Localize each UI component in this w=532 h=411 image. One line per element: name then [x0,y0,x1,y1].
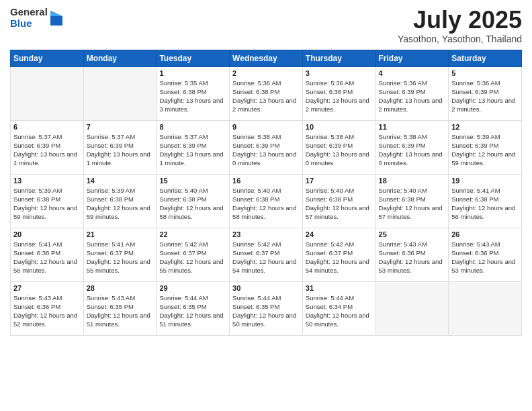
day-cell: 14Sunrise: 5:39 AM Sunset: 6:38 PM Dayli… [83,174,157,228]
day-info: Sunrise: 5:43 AM Sunset: 6:36 PM Dayligh… [13,293,81,329]
day-number: 19 [451,177,519,185]
day-number: 15 [159,177,226,185]
day-cell: 28Sunrise: 5:43 AM Sunset: 6:35 PM Dayli… [83,281,157,335]
day-number: 4 [379,69,446,77]
day-info: Sunrise: 5:40 AM Sunset: 6:38 PM Dayligh… [306,186,373,222]
day-info: Sunrise: 5:41 AM Sunset: 6:38 PM Dayligh… [451,186,519,222]
day-cell: 12Sunrise: 5:39 AM Sunset: 6:39 PM Dayli… [449,120,522,174]
day-info: Sunrise: 5:37 AM Sunset: 6:39 PM Dayligh… [87,132,154,168]
day-info: Sunrise: 5:38 AM Sunset: 6:39 PM Dayligh… [379,132,446,168]
day-cell: 21Sunrise: 5:41 AM Sunset: 6:37 PM Dayli… [83,228,157,281]
col-friday: Friday [375,50,449,66]
day-info: Sunrise: 5:44 AM Sunset: 6:35 PM Dayligh… [232,293,300,329]
day-info: Sunrise: 5:40 AM Sunset: 6:38 PM Dayligh… [379,186,446,222]
day-cell: 6Sunrise: 5:37 AM Sunset: 6:39 PM Daylig… [11,120,84,174]
day-cell: 18Sunrise: 5:40 AM Sunset: 6:38 PM Dayli… [375,174,449,228]
day-cell: 23Sunrise: 5:42 AM Sunset: 6:37 PM Dayli… [230,228,303,281]
week-row-4: 20Sunrise: 5:41 AM Sunset: 6:38 PM Dayli… [11,228,522,281]
logo-text: General Blue [10,7,48,29]
day-cell: 13Sunrise: 5:39 AM Sunset: 6:38 PM Dayli… [11,174,84,228]
day-number: 21 [87,230,154,238]
day-info: Sunrise: 5:42 AM Sunset: 6:37 PM Dayligh… [159,240,226,275]
day-cell: 15Sunrise: 5:40 AM Sunset: 6:38 PM Dayli… [157,174,230,228]
day-info: Sunrise: 5:38 AM Sunset: 6:39 PM Dayligh… [232,132,300,168]
day-number: 27 [13,284,81,292]
day-info: Sunrise: 5:37 AM Sunset: 6:39 PM Dayligh… [13,132,81,168]
day-cell: 25Sunrise: 5:43 AM Sunset: 6:36 PM Dayli… [375,228,449,281]
day-info: Sunrise: 5:40 AM Sunset: 6:38 PM Dayligh… [159,186,226,222]
day-number: 17 [306,177,373,185]
day-number: 7 [87,123,154,131]
day-number: 3 [306,69,373,77]
day-cell: 4Sunrise: 5:36 AM Sunset: 6:39 PM Daylig… [375,66,449,120]
subtitle: Yasothon, Yasothon, Thailand [398,34,522,44]
day-cell: 1Sunrise: 5:35 AM Sunset: 6:38 PM Daylig… [157,66,230,120]
day-number: 24 [306,230,373,238]
logo-blue: Blue [10,18,48,30]
day-number: 16 [232,177,300,185]
day-number: 1 [159,69,226,77]
svg-marker-1 [50,11,62,16]
day-cell: 17Sunrise: 5:40 AM Sunset: 6:38 PM Dayli… [302,174,375,228]
day-info: Sunrise: 5:43 AM Sunset: 6:35 PM Dayligh… [87,293,154,329]
col-monday: Monday [83,50,157,66]
day-number: 31 [306,284,373,292]
day-number: 29 [159,284,226,292]
day-number: 14 [87,177,154,185]
logo: General Blue [10,7,62,29]
day-number: 13 [13,177,81,185]
day-cell: 3Sunrise: 5:36 AM Sunset: 6:38 PM Daylig… [302,66,375,120]
day-number: 23 [232,230,300,238]
day-info: Sunrise: 5:40 AM Sunset: 6:38 PM Dayligh… [232,186,300,222]
day-cell: 20Sunrise: 5:41 AM Sunset: 6:38 PM Dayli… [11,228,84,281]
day-cell: 16Sunrise: 5:40 AM Sunset: 6:38 PM Dayli… [230,174,303,228]
day-cell [83,66,157,120]
day-info: Sunrise: 5:42 AM Sunset: 6:37 PM Dayligh… [232,240,300,275]
day-info: Sunrise: 5:42 AM Sunset: 6:37 PM Dayligh… [306,240,373,275]
day-cell: 30Sunrise: 5:44 AM Sunset: 6:35 PM Dayli… [230,281,303,335]
day-info: Sunrise: 5:43 AM Sunset: 6:36 PM Dayligh… [379,240,446,275]
day-cell: 2Sunrise: 5:36 AM Sunset: 6:38 PM Daylig… [230,66,303,120]
day-number: 22 [159,230,226,238]
day-number: 18 [379,177,446,185]
day-number: 26 [451,230,519,238]
logo-general: General [10,7,48,18]
calendar-header: Sunday Monday Tuesday Wednesday Thursday… [11,50,522,66]
day-info: Sunrise: 5:43 AM Sunset: 6:36 PM Dayligh… [451,240,519,275]
day-cell: 29Sunrise: 5:44 AM Sunset: 6:35 PM Dayli… [157,281,230,335]
calendar-table: Sunday Monday Tuesday Wednesday Thursday… [10,50,522,336]
main-title: July 2025 [398,7,522,34]
day-cell: 9Sunrise: 5:38 AM Sunset: 6:39 PM Daylig… [230,120,303,174]
day-cell: 26Sunrise: 5:43 AM Sunset: 6:36 PM Dayli… [449,228,522,281]
day-number: 12 [451,123,519,131]
header: General Blue July 2025 Yasothon, Yasotho… [10,7,522,44]
day-cell: 7Sunrise: 5:37 AM Sunset: 6:39 PM Daylig… [83,120,157,174]
col-tuesday: Tuesday [157,50,230,66]
day-number: 9 [232,123,300,131]
day-info: Sunrise: 5:36 AM Sunset: 6:39 PM Dayligh… [451,79,519,114]
day-cell: 31Sunrise: 5:44 AM Sunset: 6:34 PM Dayli… [302,281,375,335]
day-cell: 5Sunrise: 5:36 AM Sunset: 6:39 PM Daylig… [449,66,522,120]
day-number: 30 [232,284,300,292]
day-number: 11 [379,123,446,131]
day-info: Sunrise: 5:41 AM Sunset: 6:37 PM Dayligh… [87,240,154,275]
day-info: Sunrise: 5:36 AM Sunset: 6:38 PM Dayligh… [306,79,373,114]
day-cell [11,66,84,120]
header-row: Sunday Monday Tuesday Wednesday Thursday… [11,50,522,66]
week-row-1: 1Sunrise: 5:35 AM Sunset: 6:38 PM Daylig… [11,66,522,120]
calendar-body: 1Sunrise: 5:35 AM Sunset: 6:38 PM Daylig… [11,66,522,335]
day-cell: 22Sunrise: 5:42 AM Sunset: 6:37 PM Dayli… [157,228,230,281]
day-info: Sunrise: 5:36 AM Sunset: 6:39 PM Dayligh… [379,79,446,114]
day-info: Sunrise: 5:36 AM Sunset: 6:38 PM Dayligh… [232,79,300,114]
day-info: Sunrise: 5:44 AM Sunset: 6:35 PM Dayligh… [159,293,226,329]
day-number: 10 [306,123,373,131]
col-sunday: Sunday [11,50,84,66]
col-saturday: Saturday [449,50,522,66]
day-cell: 24Sunrise: 5:42 AM Sunset: 6:37 PM Dayli… [302,228,375,281]
day-cell [449,281,522,335]
col-wednesday: Wednesday [230,50,303,66]
day-info: Sunrise: 5:44 AM Sunset: 6:34 PM Dayligh… [306,293,373,329]
day-number: 8 [159,123,226,131]
title-block: July 2025 Yasothon, Yasothon, Thailand [398,7,522,44]
day-cell: 19Sunrise: 5:41 AM Sunset: 6:38 PM Dayli… [449,174,522,228]
